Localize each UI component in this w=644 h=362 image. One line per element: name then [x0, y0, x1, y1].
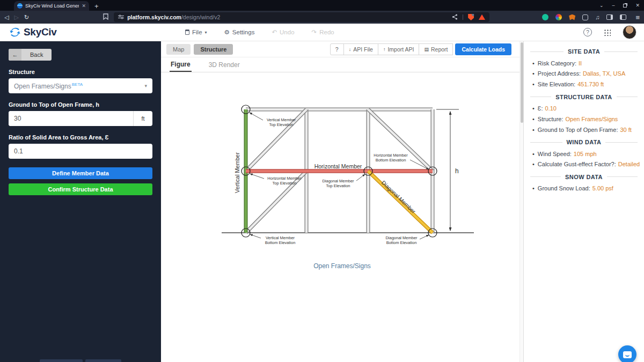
height-input[interactable]: [9, 111, 133, 126]
undo-icon: ↶: [272, 28, 277, 36]
section-header-snow-data: SNOW DATA: [530, 174, 638, 180]
ratio-label: Ratio of Solid Area to Gross Area, Ɛ: [9, 134, 152, 141]
beta-badge: BETA: [72, 82, 83, 87]
svg-text:Bottom Elevation: Bottom Elevation: [375, 158, 406, 162]
svg-text:Horizontal Member: Horizontal Member: [267, 176, 302, 181]
undo-button[interactable]: ↶ Undo: [272, 28, 294, 36]
back-arrow-icon: ←: [9, 49, 21, 61]
window-restore-icon[interactable]: [623, 4, 627, 8]
map-tab[interactable]: Map: [166, 44, 191, 55]
tab-title: SkyCiv Wind Load Generat: [25, 3, 79, 9]
url-path: /design/wind/v2: [181, 14, 220, 20]
diagonal-member-label: Diagonal Member: [380, 179, 416, 215]
new-tab-button[interactable]: +: [94, 1, 99, 11]
download-icon: ↓: [349, 47, 352, 52]
browser-tab[interactable]: SkyCiv Wind Load Generat ✕: [14, 1, 89, 11]
skyciv-logo-icon: [10, 27, 20, 38]
list-item: •Ɛ:0.10: [530, 104, 638, 114]
main-scrollbar[interactable]: [519, 41, 523, 362]
reload-icon[interactable]: ↻: [24, 14, 29, 21]
forward-icon[interactable]: ▷: [14, 14, 18, 21]
extension-grammarly-icon[interactable]: [542, 14, 548, 20]
structure-diagram: h Vertical Member Top Elevation Horizont…: [192, 90, 493, 250]
extension-generic-icon[interactable]: [582, 14, 588, 20]
confirm-structure-data-button[interactable]: Confirm Structure Data: [9, 183, 152, 195]
svg-text:Bottom Elevation: Bottom Elevation: [265, 240, 295, 245]
structure-tab[interactable]: Structure: [194, 44, 233, 55]
figure-canvas: h Vertical Member Top Elevation Horizont…: [161, 72, 523, 362]
brand-name: SkyCiv: [24, 26, 57, 38]
toolbar-help-button[interactable]: ?: [330, 43, 344, 55]
vertical-member-label: Vertical Member: [234, 152, 240, 193]
render-tab[interactable]: 3D Render: [208, 57, 241, 72]
design-code-button[interactable]: ASCE7-16: [40, 359, 83, 362]
list-item: •Project Address:Dallas, TX, USA: [530, 69, 638, 79]
tab-close-icon[interactable]: ✕: [82, 3, 86, 9]
ratio-input[interactable]: [9, 144, 152, 159]
browser-tab-bar: SkyCiv Wind Load Generat ✕ + ⌄ – ✕: [0, 0, 644, 11]
chat-bubble-icon: [623, 351, 632, 358]
chat-widget-button[interactable]: [618, 345, 636, 362]
svg-text:Horizontal Member: Horizontal Member: [374, 153, 408, 158]
redo-button[interactable]: ↷ Redo: [312, 28, 334, 36]
height-unit: ft: [133, 111, 152, 126]
chevron-down-icon: ▾: [144, 83, 147, 88]
extension-metamask-icon[interactable]: [569, 14, 575, 20]
shield-badge: [472, 12, 475, 16]
figure-tab[interactable]: Figure: [170, 57, 192, 72]
units-button[interactable]: Imperial: [85, 359, 121, 362]
extension-music-icon[interactable]: ♫: [595, 14, 599, 20]
back-icon[interactable]: ◁: [4, 14, 9, 21]
section-header-site-data: SITE DATA: [530, 48, 638, 55]
window-minimize-icon[interactable]: –: [612, 3, 614, 8]
svg-text:Top Elevation: Top Elevation: [326, 183, 350, 188]
svg-text:Vertical Member: Vertical Member: [265, 235, 295, 240]
import-api-button[interactable]: ↑Import API: [378, 43, 420, 55]
report-button[interactable]: ▤Report: [419, 43, 453, 55]
horizontal-member-label: Horizontal Member: [314, 163, 362, 169]
list-item: •Ground Snow Load:5.00 psf: [530, 183, 638, 194]
left-sidebar: ← Back Structure Open Frames/SignsBETA ▾…: [0, 41, 161, 362]
svg-text:Top Elevation: Top Elevation: [269, 122, 293, 127]
file-icon: [185, 29, 189, 35]
redo-icon: ↷: [312, 28, 317, 36]
address-bar[interactable]: platform.skyciv.com/design/wind/v2: [114, 12, 489, 22]
brave-shield-icon[interactable]: [468, 14, 474, 20]
figure-caption: Open Frames/Signs: [161, 262, 523, 270]
apps-grid-icon[interactable]: [604, 29, 611, 36]
extension-card-icon[interactable]: [620, 14, 626, 20]
height-dimension: h: [436, 109, 459, 231]
browser-menu-icon[interactable]: ≡: [635, 13, 640, 21]
site-settings-icon[interactable]: [118, 14, 124, 20]
api-file-button[interactable]: ↓API File: [343, 43, 378, 55]
list-item: •Wind Speed:105 mph: [530, 149, 638, 159]
structure-select[interactable]: Open Frames/SignsBETA ▾: [9, 78, 152, 93]
window-menu-chevron-icon[interactable]: ⌄: [599, 3, 604, 8]
divider: [463, 14, 463, 20]
settings-menu[interactable]: ⚙ Settings: [224, 28, 255, 36]
user-avatar[interactable]: [623, 25, 636, 39]
section-header-structure-data: STRUCTURE DATA: [530, 94, 638, 100]
brave-rewards-icon[interactable]: [479, 14, 485, 20]
svg-text:Diagonal Member: Diagonal Member: [322, 179, 354, 183]
svg-text:Bottom Elevation: Bottom Elevation: [386, 240, 416, 245]
list-item: •Calculate Gust-effect Factor?:Detailed: [530, 159, 638, 170]
upload-icon: ↑: [383, 47, 386, 52]
section-header-wind-data: WIND DATA: [530, 139, 638, 145]
define-member-data-button[interactable]: Define Member Data: [9, 167, 152, 179]
extension-colorwheel-icon[interactable]: [555, 14, 562, 20]
skyciv-logo[interactable]: SkyCiv: [10, 26, 57, 38]
back-button[interactable]: ← Back: [9, 49, 52, 61]
bookmark-icon[interactable]: [103, 13, 108, 21]
gear-icon: ⚙: [224, 28, 230, 36]
app-header: SkyCiv File▾ ⚙ Settings ↶ Undo ↷ Redo ?: [0, 24, 644, 41]
help-icon[interactable]: ?: [583, 28, 592, 36]
calculate-loads-button[interactable]: Calculate Loads: [455, 43, 511, 55]
main-area: Map Structure ? ↓API File ↑Import API ▤R…: [161, 41, 523, 362]
svg-text:Diagonal Member: Diagonal Member: [385, 235, 418, 240]
window-close-icon[interactable]: ✕: [635, 3, 640, 8]
sidebar-toggle-icon[interactable]: [606, 14, 613, 20]
height-label: Ground to Top of Open Frame, h: [9, 101, 152, 108]
file-menu[interactable]: File▾: [185, 29, 207, 35]
share-icon[interactable]: [452, 14, 458, 21]
